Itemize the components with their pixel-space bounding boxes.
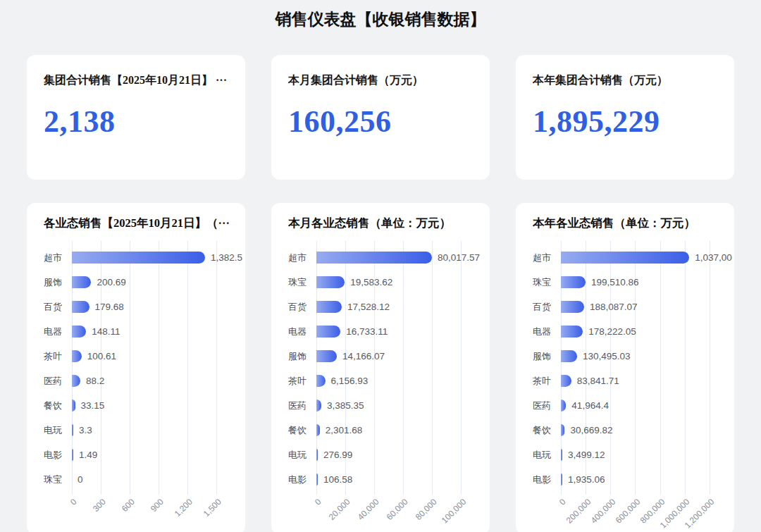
chart-row-item: 茶叶100.61 — [44, 344, 245, 369]
bar[interactable] — [72, 449, 73, 461]
category-label: 百货 — [44, 301, 72, 314]
category-label: 医药 — [44, 375, 72, 388]
chart-row-item: 珠宝19,583.62 — [288, 270, 490, 295]
value-label: 179.68 — [95, 302, 124, 312]
chart-title: 本月各业态销售（单位：万元） — [288, 216, 490, 231]
tick-label: 0 — [313, 497, 323, 507]
chart-row-item: 百货17,528.12 — [288, 295, 490, 319]
chart-row-item: 百货188,087.07 — [533, 295, 734, 319]
bar[interactable] — [72, 400, 75, 412]
bar[interactable] — [316, 326, 340, 338]
bar[interactable] — [561, 326, 583, 338]
category-label: 珠宝 — [44, 474, 72, 486]
value-label: 30,669.82 — [570, 425, 612, 435]
bar-area: 148.11 — [72, 326, 245, 338]
tick-label: 60,000 — [385, 497, 410, 522]
bar[interactable] — [72, 424, 73, 436]
category-label: 电器 — [44, 326, 72, 338]
bar[interactable] — [316, 400, 321, 412]
bar[interactable] — [72, 252, 205, 264]
bar[interactable] — [561, 350, 577, 362]
tick-label: 900 — [149, 497, 166, 514]
bar-area: 6,156.93 — [316, 375, 490, 387]
bar-area: 0 — [72, 474, 245, 485]
value-label: 88.2 — [86, 376, 104, 386]
category-label: 珠宝 — [533, 276, 561, 289]
kpi-card-year-total: 本年集团合计销售（万元） 1,895,229 — [516, 55, 734, 180]
chart-row-item: 茶叶6,156.93 — [288, 369, 490, 393]
chart-plot: 超市80,017.57珠宝19,583.62百货17,528.12电器16,73… — [288, 245, 490, 492]
bar[interactable] — [316, 350, 337, 362]
chart-row-item: 餐饮2,301.68 — [288, 418, 490, 443]
chart-row-item: 茶叶83,841.71 — [533, 369, 734, 393]
chart-row-item: 电玩3,499.12 — [533, 443, 734, 467]
bar-area: 1,037,00 — [561, 252, 734, 264]
bar[interactable] — [72, 301, 89, 313]
chart-row-item: 百货179.68 — [44, 295, 245, 319]
bar[interactable] — [561, 400, 566, 412]
bar[interactable] — [561, 424, 564, 436]
category-label: 电影 — [44, 449, 72, 462]
category-label: 超市 — [44, 252, 72, 264]
chart-row-item: 服饰130,495.03 — [533, 344, 734, 369]
value-label: 6,156.93 — [331, 376, 369, 386]
bar-area: 100.61 — [72, 350, 245, 362]
category-label: 电器 — [288, 326, 316, 338]
bar[interactable] — [316, 301, 342, 313]
chart-row-item: 电玩276.99 — [288, 443, 490, 467]
bar-area: 19,583.62 — [316, 276, 490, 288]
chart-row-item: 服饰200.69 — [44, 270, 245, 295]
chart-row-item: 医药41,964.4 — [533, 393, 734, 418]
category-label: 餐饮 — [533, 424, 561, 437]
bar[interactable] — [72, 375, 80, 387]
chart-row-item: 超市1,037,00 — [533, 245, 734, 270]
category-label: 服饰 — [288, 350, 316, 363]
bar-area: 16,733.11 — [316, 326, 490, 338]
chart-title: 各业态销售【2025年10月21日】（··· — [44, 216, 245, 231]
value-label: 188,087.07 — [590, 302, 638, 312]
bar-area: 130,495.03 — [561, 350, 734, 362]
value-label: 17,528.12 — [347, 302, 390, 312]
bar[interactable] — [316, 276, 345, 288]
bar[interactable] — [72, 350, 82, 362]
tick-label: 600 — [120, 497, 137, 514]
bar[interactable] — [561, 301, 584, 313]
bar[interactable] — [561, 276, 586, 288]
bar[interactable] — [316, 252, 432, 264]
bar[interactable] — [561, 449, 562, 461]
chart-row-item: 电器178,222.05 — [533, 319, 734, 344]
tick-label: 1,200 — [173, 497, 194, 519]
value-label: 80,017.57 — [438, 252, 480, 263]
bar-area: 17,528.12 — [316, 301, 490, 313]
bar-area: 1,935.06 — [561, 474, 734, 485]
bar[interactable] — [561, 375, 571, 387]
chart-row-item: 超市1,382.5 — [44, 245, 245, 270]
bar[interactable] — [316, 474, 318, 485]
bar-area: 83,841.71 — [561, 375, 734, 387]
category-label: 百货 — [533, 301, 561, 314]
bar[interactable] — [72, 326, 86, 338]
chart-x-axis: 020,00040,00060,00080,000100,000 — [316, 492, 490, 526]
value-label: 276.99 — [323, 450, 352, 460]
bar[interactable] — [316, 375, 326, 387]
chart-row-item: 电影1.49 — [44, 443, 245, 467]
bar[interactable] — [316, 449, 318, 461]
tick-label: 200,000 — [564, 497, 593, 526]
bar[interactable] — [561, 252, 689, 264]
category-label: 电玩 — [288, 449, 316, 462]
chart-row-item: 医药3,385.35 — [288, 393, 490, 418]
chart-row-item: 电影1,935.06 — [533, 467, 734, 492]
kpi-card-month-total: 本月集团合计销售（万元） 160,256 — [271, 55, 490, 180]
category-label: 电影 — [288, 474, 316, 486]
value-label: 41,964.4 — [571, 400, 609, 411]
bar[interactable] — [316, 424, 320, 436]
bar-chart-year: 超市1,037,00珠宝199,510.86百货188,087.07电器178,… — [533, 245, 734, 526]
value-label: 106.58 — [323, 474, 352, 485]
bar[interactable] — [561, 474, 562, 485]
bar[interactable] — [72, 276, 91, 288]
tick-label: 400,000 — [589, 497, 618, 526]
value-label: 130,495.03 — [583, 351, 631, 361]
chart-row-item: 电器148.11 — [44, 319, 245, 344]
chart-row-item: 电影106.58 — [288, 467, 490, 492]
category-label: 电影 — [533, 474, 561, 486]
